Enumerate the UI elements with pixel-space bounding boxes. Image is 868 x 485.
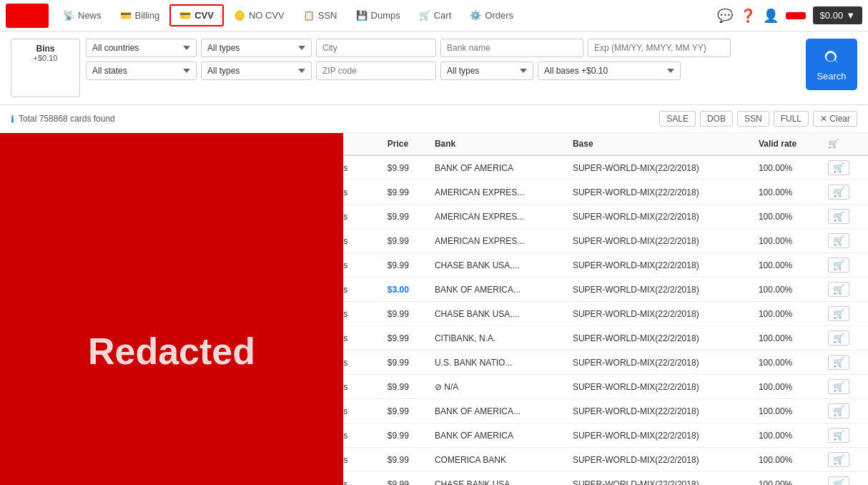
table-row: 5567092 🇺🇸 United States $9.99 CITIBANK,… xyxy=(0,326,868,351)
state-select[interactable]: All states xyxy=(86,62,197,80)
balance-display[interactable]: $0.00 ▼ xyxy=(813,6,862,24)
cart-nav-icon: 🛒 xyxy=(419,10,430,21)
cell-bank: ⊘ N/A xyxy=(428,375,566,399)
add-to-cart-button[interactable]: 🛒 xyxy=(828,258,849,273)
cell-valid-rate: 100.00% xyxy=(751,205,821,229)
dob-tag-button[interactable]: DOB xyxy=(700,111,733,127)
cell-bin: 6011420 xyxy=(0,155,63,180)
ssn-tag-button[interactable]: SSN xyxy=(737,111,769,127)
user-icon[interactable]: 👤 xyxy=(763,8,779,24)
cell-cart-action[interactable]: 🛒 xyxy=(821,229,868,253)
bins-input[interactable] xyxy=(19,65,72,92)
add-to-cart-button[interactable]: 🛒 xyxy=(828,209,849,224)
cell-bank: BANK OF AMERICA xyxy=(428,423,566,448)
cell-cart-action[interactable]: 🛒 xyxy=(821,326,868,351)
cell-bin: 4246315 xyxy=(0,253,63,278)
cell-cart-action[interactable]: 🛒 xyxy=(821,472,868,486)
nav-item-orders[interactable]: ⚙️ Orders xyxy=(461,6,522,25)
full-tag-button[interactable]: FULL xyxy=(774,111,809,127)
col-bin: Bin xyxy=(0,133,63,155)
cell-base: SUPER-WORLD-MIX(22/2/2018) xyxy=(566,205,751,229)
type2-select[interactable]: All types xyxy=(201,62,312,80)
cell-country: 🇺🇸 United States xyxy=(276,472,380,486)
cell-cart-action[interactable]: 🛒 xyxy=(821,423,868,448)
bank-input[interactable] xyxy=(440,39,583,57)
bases-select[interactable]: All bases +$0.10 xyxy=(538,62,681,80)
add-to-cart-button[interactable]: 🛒 xyxy=(828,282,849,297)
sale-tag-button[interactable]: SALE xyxy=(659,111,696,127)
cell-city xyxy=(152,302,192,326)
add-to-cart-button[interactable]: 🛒 xyxy=(828,330,849,346)
cell-cart-action[interactable]: 🛒 xyxy=(821,180,868,205)
country-select[interactable]: All countries xyxy=(86,39,197,57)
cell-bank: CHASE BANK USA,... xyxy=(428,472,566,486)
cell-country: 🇺🇸 United States xyxy=(276,423,380,448)
nav-item-dumps-label: Dumps xyxy=(371,10,400,21)
nav-item-news[interactable]: 📡 News xyxy=(54,6,110,25)
zip-input[interactable] xyxy=(316,62,436,80)
help-icon[interactable]: ❓ xyxy=(740,8,756,24)
cell-name xyxy=(103,253,153,278)
cell-city xyxy=(152,351,192,375)
cell-bin: 4246315 xyxy=(0,302,63,326)
cell-cart-action[interactable]: 🛒 xyxy=(821,253,868,278)
add-to-cart-button[interactable]: 🛒 xyxy=(828,306,849,321)
add-to-cart-button[interactable]: 🛒 xyxy=(828,476,849,485)
add-to-cart-button[interactable]: 🛒 xyxy=(828,452,849,467)
cell-city xyxy=(152,472,192,486)
add-to-cart-button[interactable]: 🛒 xyxy=(828,379,849,394)
cards-table: Bin Exp Name City State ZIP Country Pric… xyxy=(0,133,868,485)
user-button[interactable] xyxy=(786,12,806,19)
add-to-cart-button[interactable]: 🛒 xyxy=(828,428,849,443)
type1-select[interactable]: All types xyxy=(201,39,312,57)
clear-button[interactable]: ✕ Clear xyxy=(813,111,857,127)
add-to-cart-button[interactable]: 🛒 xyxy=(828,355,849,370)
cell-price: $9.99 xyxy=(380,399,428,423)
cell-bank: U.S. BANK NATIO... xyxy=(428,351,566,375)
nav-item-ssn[interactable]: 📋 SSN xyxy=(295,6,346,25)
cell-cart-action[interactable]: 🛒 xyxy=(821,302,868,326)
nav-logo[interactable] xyxy=(6,4,49,28)
cell-valid-rate: 100.00% xyxy=(751,302,821,326)
add-to-cart-button[interactable]: 🛒 xyxy=(828,233,849,248)
cell-cart-action[interactable]: 🛒 xyxy=(821,375,868,399)
chat-icon[interactable]: 💬 xyxy=(717,8,733,24)
cell-cart-action[interactable]: 🛒 xyxy=(821,351,868,375)
top-nav: 📡 News 💳 Billing 💳 CVV 🪙 NO CVV 📋 SSN 💾 … xyxy=(0,0,868,31)
city-input[interactable] xyxy=(316,39,436,57)
cell-valid-rate: 100.00% xyxy=(751,229,821,253)
search-icon xyxy=(822,48,842,68)
cell-cart-action[interactable]: 🛒 xyxy=(821,399,868,423)
filter-area: Bins +$0.10 All countries All types All … xyxy=(0,31,868,105)
results-bar-right: SALE DOB SSN FULL ✕ Clear xyxy=(659,111,857,127)
cell-bank: COMERICA BANK xyxy=(428,448,566,472)
bins-sublabel: +$0.10 xyxy=(19,54,72,62)
add-to-cart-button[interactable]: 🛒 xyxy=(828,160,849,175)
nav-item-cart[interactable]: 🛒 Cart xyxy=(410,6,460,25)
col-zip: ZIP xyxy=(240,133,276,155)
cell-state xyxy=(193,180,240,205)
nav-item-billing[interactable]: 💳 Billing xyxy=(112,6,169,25)
cell-bank: AMERICAN EXPRES... xyxy=(428,205,566,229)
nav-item-dumps[interactable]: 💾 Dumps xyxy=(347,6,409,25)
cell-bin: 5567092 xyxy=(0,326,63,351)
cell-city xyxy=(152,205,192,229)
cell-cart-action[interactable]: 🛒 xyxy=(821,448,868,472)
cell-state xyxy=(193,205,240,229)
exp-input[interactable] xyxy=(588,39,731,57)
cell-cart-action[interactable]: 🛒 xyxy=(821,205,868,229)
type3-select[interactable]: All types xyxy=(440,62,533,80)
search-button[interactable]: Search xyxy=(806,39,857,90)
cell-base: SUPER-WORLD-MIX(22/2/2018) xyxy=(566,326,751,351)
cell-state xyxy=(193,253,240,278)
cell-cart-action[interactable]: 🛒 xyxy=(821,155,868,180)
add-to-cart-button[interactable]: 🛒 xyxy=(828,185,849,200)
cell-price: $9.99 xyxy=(380,155,428,180)
nav-item-nocvv[interactable]: 🪙 NO CVV xyxy=(225,6,293,25)
add-to-cart-button[interactable]: 🛒 xyxy=(828,403,849,418)
table-wrap: Bin Exp Name City State ZIP Country Pric… xyxy=(0,133,868,485)
cell-cart-action[interactable]: 🛒 xyxy=(821,278,868,302)
table-row: 4715291 🇺🇸 United States $9.99 BANK OF A… xyxy=(0,399,868,423)
nav-item-cvv[interactable]: 💳 CVV xyxy=(169,4,224,26)
col-state: State xyxy=(193,133,240,155)
